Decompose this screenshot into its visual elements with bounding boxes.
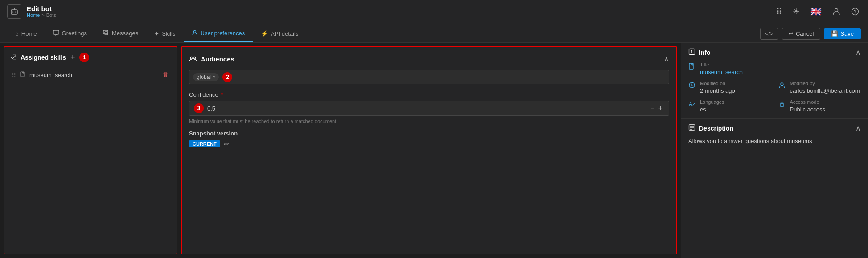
access-label: Access mode: [790, 99, 825, 105]
title-info-block: Title museum_search: [700, 62, 743, 75]
skills-icon: ✦: [154, 30, 159, 37]
svg-point-11: [193, 31, 196, 33]
description-section: Description ∧ Allows you to answer quest…: [681, 119, 868, 150]
svg-point-4: [14, 8, 15, 9]
access-mode-item: Access mode Public access: [778, 99, 861, 113]
assigned-skills-title: Assigned skills: [21, 54, 66, 61]
modified-by-label: Modified by: [790, 81, 860, 86]
tab-skills-label: Skills: [162, 30, 175, 37]
info-icon: [688, 48, 695, 57]
home-icon: ⌂: [15, 30, 19, 37]
user-mod-icon: [778, 82, 786, 90]
assigned-skills-header: Assigned skills + 1: [10, 53, 171, 62]
snapshot-label: Snapshot version: [189, 130, 669, 137]
confidence-decrement-button[interactable]: −: [649, 104, 656, 112]
user-icon-button[interactable]: [831, 6, 842, 17]
top-bar: Edit bot Home > Bots ⠿ ☀ 🇬🇧 ?: [0, 0, 868, 23]
info-grid: Title museum_search Modified on 2 months…: [688, 62, 861, 113]
breadcrumb: Home > Bots: [27, 12, 56, 18]
tab-home[interactable]: ⌂ Home: [7, 26, 45, 42]
info-collapse-button[interactable]: ∧: [856, 48, 861, 57]
tab-messages-label: Messages: [112, 30, 138, 37]
modified-by-block: Modified by carlos.bonilla@iberant.com: [790, 81, 860, 94]
tab-greetings-label: Greetings: [62, 30, 87, 37]
confidence-increment-button[interactable]: +: [657, 104, 664, 112]
assigned-skills-badge: 1: [79, 53, 89, 62]
confidence-value: 0.5: [207, 105, 649, 112]
cancel-button[interactable]: ↩ Cancel: [782, 28, 820, 40]
greetings-icon: [53, 29, 59, 37]
page-title: Edit bot: [27, 5, 56, 12]
title-label: Title: [700, 62, 743, 67]
desc-collapse-button[interactable]: ∧: [856, 124, 861, 132]
desc-title-text: Description: [699, 125, 733, 132]
audiences-badge: 2: [222, 72, 232, 82]
user-pref-icon: [192, 29, 198, 37]
nav-tabs: ⌂ Home Greetings Messages ✦ Skills User …: [0, 23, 868, 43]
title-file-icon: [688, 63, 695, 72]
modified-on-label: Modified on: [700, 81, 735, 86]
title-value: museum_search: [700, 69, 743, 75]
modified-by-item: Modified by carlos.bonilla@iberant.com: [778, 81, 861, 94]
tab-messages[interactable]: Messages: [95, 25, 146, 42]
audiences-title-group: Audiences: [189, 54, 234, 64]
svg-point-2: [15, 11, 16, 12]
drag-handle-icon[interactable]: ⠿: [12, 72, 16, 79]
tab-user-preferences-label: User preferences: [201, 30, 245, 37]
delete-skill-button[interactable]: [161, 70, 169, 80]
svg-point-20: [781, 83, 783, 86]
access-value: Public access: [790, 106, 825, 113]
grid-icon-button[interactable]: ⠿: [774, 5, 784, 18]
snapshot-row: CURRENT ✏: [189, 140, 669, 147]
svg-text:Az: Az: [689, 101, 695, 107]
info-section: Info ∧ Title museum_search: [681, 43, 868, 119]
breadcrumb-home[interactable]: Home: [27, 12, 40, 18]
modified-on-block: Modified on 2 months ago: [700, 81, 735, 94]
top-bar-left: Edit bot Home > Bots: [7, 4, 56, 19]
add-skill-button[interactable]: +: [70, 53, 76, 61]
audiences-collapse-button[interactable]: ∧: [664, 55, 669, 63]
audiences-icon: [189, 54, 197, 64]
skill-item: ⠿ museum_search: [10, 68, 171, 82]
language-flag-button[interactable]: 🇬🇧: [809, 4, 823, 19]
languages-icon: Az: [688, 100, 695, 109]
assigned-skills-panel: Assigned skills + 1 ⠿ museum_search: [4, 46, 177, 254]
confidence-input-wrap: 3 0.5 − +: [189, 101, 669, 116]
top-bar-right: ⠿ ☀ 🇬🇧 ?: [774, 4, 861, 19]
breadcrumb-sep: >: [41, 12, 44, 18]
languages-item: Az Languages es: [688, 99, 771, 113]
tab-api-details[interactable]: ⚡ API details: [253, 26, 306, 42]
info-title-group: Info: [688, 48, 711, 57]
sun-icon-button[interactable]: ☀: [791, 5, 802, 18]
svg-point-1: [12, 11, 14, 12]
desc-icon: [688, 124, 695, 132]
breadcrumb-bots: Bots: [46, 12, 56, 18]
save-button[interactable]: 💾 Save: [824, 28, 861, 39]
main-content: Assigned skills + 1 ⠿ museum_search: [0, 43, 868, 258]
assigned-skills-icon: [10, 53, 17, 62]
cancel-label: Cancel: [796, 30, 814, 37]
tab-greetings[interactable]: Greetings: [45, 25, 95, 42]
tag-close-button[interactable]: ×: [213, 74, 215, 80]
code-icon: </>: [765, 30, 773, 37]
tab-user-preferences[interactable]: User preferences: [184, 25, 253, 42]
help-icon-button[interactable]: ?: [849, 6, 861, 17]
skill-name: museum_search: [29, 72, 158, 78]
languages-block: Languages es: [700, 99, 724, 113]
nav-tabs-actions: </> ↩ Cancel 💾 Save: [760, 28, 861, 42]
save-icon: 💾: [831, 30, 838, 37]
api-icon: ⚡: [261, 30, 268, 37]
nav-tabs-list: ⌂ Home Greetings Messages ✦ Skills User …: [7, 25, 306, 42]
messages-icon: [103, 29, 109, 37]
info-title-text: Info: [699, 49, 711, 56]
audiences-tag-input[interactable]: global × 2: [189, 70, 669, 84]
access-block: Access mode Public access: [790, 99, 825, 113]
code-button[interactable]: </>: [760, 28, 778, 40]
audiences-panel: Audiences ∧ global × 2 Confidence * 3 0.…: [181, 46, 677, 254]
confidence-badge: 3: [194, 103, 204, 113]
edit-snapshot-button[interactable]: ✏: [224, 140, 229, 147]
tab-skills[interactable]: ✦ Skills: [146, 26, 183, 42]
info-section-header: Info ∧: [688, 48, 861, 57]
modified-by-value: carlos.bonilla@iberant.com: [790, 87, 860, 94]
modified-on-item: Modified on 2 months ago: [688, 81, 771, 94]
